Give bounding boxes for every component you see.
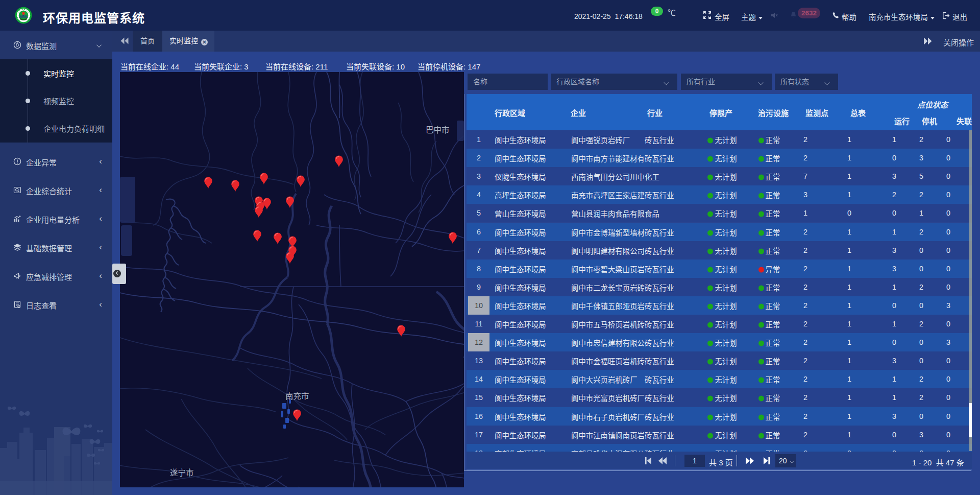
svg-text:南充市: 南充市 bbox=[285, 392, 309, 400]
svg-text:遂宁市: 遂宁市 bbox=[170, 468, 194, 477]
svg-text:巴中市: 巴中市 bbox=[426, 126, 450, 134]
